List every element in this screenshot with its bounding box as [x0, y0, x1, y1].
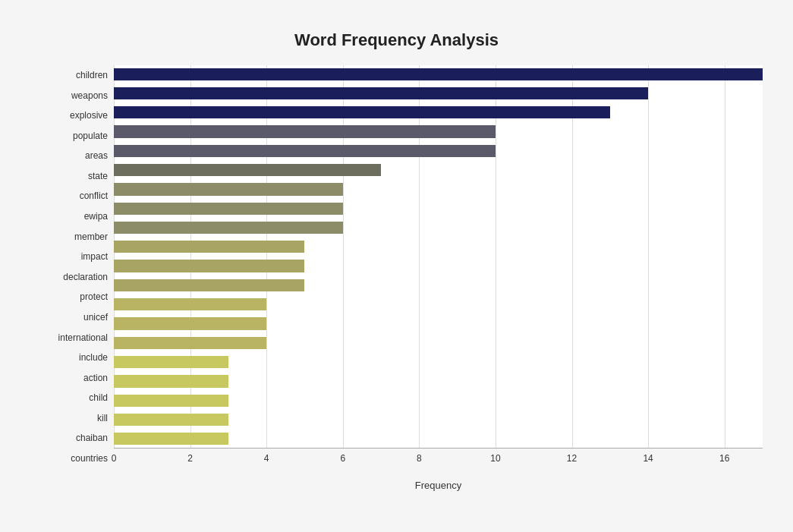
x-tick-12: 12	[567, 453, 577, 464]
chart-container: Word Frequency Analysis childrenweaponse…	[15, 15, 778, 532]
y-label-children: children	[76, 65, 108, 85]
x-tick-0: 0	[112, 453, 117, 464]
x-tick-2: 2	[187, 453, 193, 464]
x-axis-label: Frequency	[114, 480, 763, 491]
chart-area: childrenweaponsexplosivepopulateareassta…	[30, 65, 763, 491]
x-tick-10: 10	[490, 453, 500, 464]
bar-row-ewipa	[114, 200, 763, 217]
bar-countries	[114, 433, 228, 445]
bar-row-action	[114, 353, 763, 370]
bar-row-conflict	[114, 181, 763, 198]
x-tick-4: 4	[264, 453, 269, 464]
y-label-unicef: unicef	[83, 307, 108, 327]
y-label-international: international	[58, 328, 108, 348]
bar-row-countries	[114, 430, 763, 448]
y-label-child: child	[89, 388, 108, 408]
x-axis-area: 0246810121416	[114, 448, 763, 478]
bar-populate	[114, 125, 496, 137]
bar-row-kill	[114, 392, 763, 409]
y-axis: childrenweaponsexplosivepopulateareassta…	[30, 65, 114, 491]
y-label-protect: protect	[80, 287, 108, 307]
bar-international	[114, 317, 266, 329]
bar-state	[114, 164, 381, 176]
y-label-countries: countries	[71, 449, 108, 468]
y-label-explosive: explosive	[70, 105, 108, 125]
bar-row-include	[114, 334, 763, 351]
y-label-populate: populate	[73, 126, 108, 146]
bar-row-impact	[114, 238, 763, 256]
bars-section	[114, 65, 763, 448]
bar-row-declaration	[114, 257, 763, 275]
bar-row-protect	[114, 276, 763, 294]
bar-impact	[114, 241, 304, 253]
bar-member	[114, 222, 343, 234]
bar-row-unicef	[114, 296, 763, 313]
bar-row-weapons	[114, 84, 763, 102]
bar-row-children	[114, 65, 763, 83]
bar-action	[114, 356, 228, 368]
bar-areas	[114, 145, 496, 157]
y-label-chaiban: chaiban	[76, 428, 108, 448]
y-label-impact: impact	[81, 247, 108, 266]
y-label-state: state	[88, 166, 108, 186]
y-label-ewipa: ewipa	[84, 206, 108, 226]
x-tick-16: 16	[719, 453, 729, 464]
y-label-member: member	[74, 227, 108, 247]
y-label-kill: kill	[97, 408, 108, 428]
bar-row-populate	[114, 123, 763, 140]
y-label-include: include	[79, 348, 108, 367]
plot-area: 0246810121416 Frequency	[114, 65, 763, 491]
bar-row-member	[114, 219, 763, 236]
bar-chaiban	[114, 414, 228, 426]
bar-row-explosive	[114, 104, 763, 121]
bar-row-child	[114, 373, 763, 390]
bar-include	[114, 337, 266, 349]
bar-child	[114, 375, 228, 387]
bar-explosive	[114, 106, 610, 118]
bar-declaration	[114, 260, 304, 272]
bar-row-state	[114, 161, 763, 178]
bar-row-international	[114, 315, 763, 332]
bar-unicef	[114, 298, 266, 310]
bar-row-areas	[114, 142, 763, 159]
y-label-action: action	[83, 368, 108, 388]
bar-row-chaiban	[114, 411, 763, 428]
bar-weapons	[114, 87, 648, 99]
y-label-weapons: weapons	[71, 86, 108, 105]
x-tick-8: 8	[417, 453, 422, 464]
bar-kill	[114, 395, 228, 407]
x-tick-14: 14	[643, 453, 653, 464]
bar-children	[114, 68, 763, 80]
bar-ewipa	[114, 203, 343, 215]
y-label-areas: areas	[85, 146, 108, 165]
bar-conflict	[114, 183, 343, 195]
bar-protect	[114, 279, 304, 291]
x-tick-6: 6	[340, 453, 345, 464]
chart-title: Word Frequency Analysis	[30, 30, 763, 50]
bars-container	[114, 65, 763, 448]
y-label-conflict: conflict	[80, 186, 108, 206]
y-label-declaration: declaration	[63, 267, 108, 287]
